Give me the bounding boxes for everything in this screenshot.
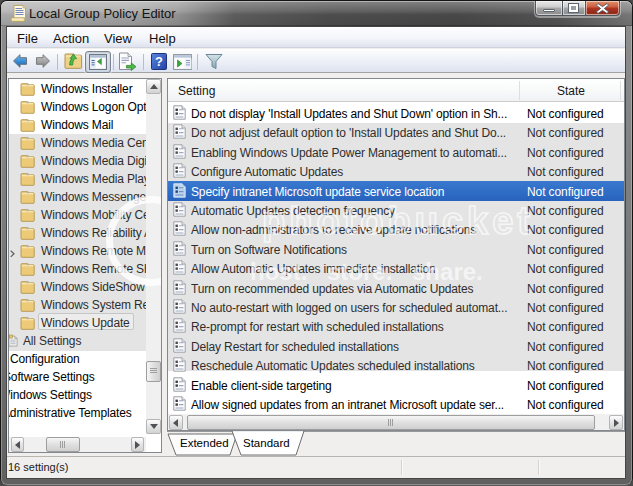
svg-text:Extended: Extended — [180, 437, 229, 449]
svg-text:Standard: Standard — [243, 437, 290, 449]
svg-text:?: ? — [155, 54, 163, 69]
